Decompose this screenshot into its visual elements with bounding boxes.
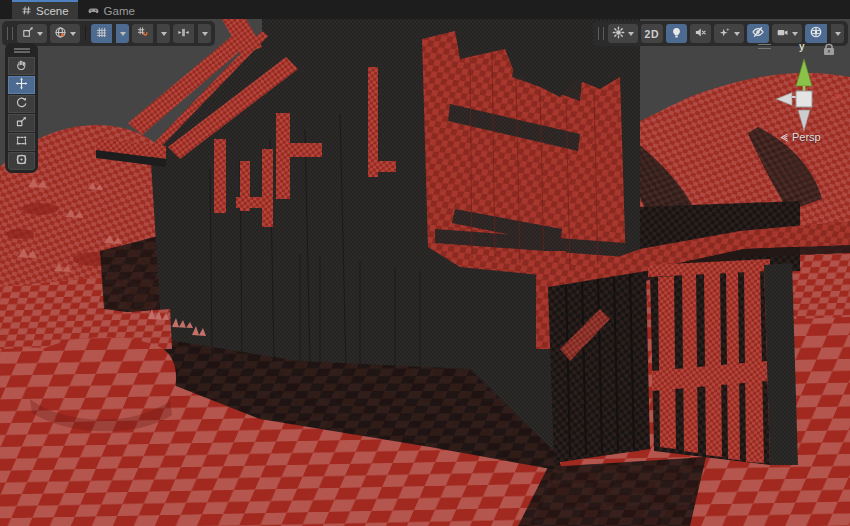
scene-orientation-gizmo[interactable]: y x Persp [752, 39, 850, 151]
axis-x-label: x [834, 91, 840, 102]
draw-mode-button[interactable] [608, 24, 638, 43]
orientation-globe-icon [54, 25, 67, 43]
move-icon [15, 76, 28, 94]
scene-render [0, 19, 850, 526]
rotate-tool-button[interactable] [8, 95, 35, 113]
transform-icon [15, 152, 28, 170]
tab-scene[interactable]: Scene [12, 0, 78, 19]
dropdown-caret [628, 32, 634, 36]
dropdown-caret [734, 32, 740, 36]
axis-cone-y [796, 59, 812, 86]
effects-star-icon [718, 25, 731, 43]
grid-visibility-icon [95, 25, 108, 43]
grid-snapping-button[interactable] [132, 24, 153, 43]
grid-visibility-button[interactable] [91, 24, 112, 43]
dropdown-caret [70, 32, 76, 36]
grid-visibility-dropdown[interactable] [116, 24, 129, 43]
projection-label: Persp [792, 131, 821, 143]
snap-increment-button[interactable] [173, 24, 194, 43]
dropdown-caret [161, 32, 167, 36]
scene-tab-icon [21, 5, 32, 16]
tab-game-label: Game [104, 5, 135, 17]
2d-view-toggle[interactable]: 2D [641, 24, 663, 43]
dropdown-caret [835, 32, 841, 36]
handle-orientation-button[interactable] [50, 24, 80, 43]
axis-cone-x [814, 94, 828, 104]
toolbar-drag-handle[interactable] [598, 27, 604, 40]
audio-muted-icon [694, 25, 707, 43]
snap-increment-icon [177, 25, 190, 43]
grid-snapping-icon [136, 25, 149, 43]
axis-cone-left [776, 93, 792, 106]
scale-icon [15, 114, 28, 132]
draw-mode-burst-icon [612, 25, 625, 43]
audio-toggle[interactable] [690, 24, 711, 43]
rect-tool-button[interactable] [8, 133, 35, 151]
pivot-toggle-button[interactable] [17, 24, 47, 43]
hand-icon [15, 57, 28, 75]
projection-toggle[interactable]: Persp [780, 131, 821, 143]
toolbar-separator [85, 26, 86, 41]
tools-drag-handle[interactable] [14, 48, 30, 53]
scene-lighting-toggle[interactable] [666, 24, 687, 43]
padlock-icon [824, 44, 834, 55]
scale-tool-button[interactable] [8, 114, 35, 132]
grid-snapping-dropdown[interactable] [157, 24, 170, 43]
effects-toggle[interactable] [714, 24, 744, 43]
view-tool-button[interactable] [8, 57, 35, 75]
axis-cone-down [798, 110, 810, 131]
persp-icon [780, 133, 789, 142]
rotate-icon [15, 95, 28, 113]
transform-tool-button[interactable] [8, 152, 35, 170]
dropdown-caret [202, 32, 208, 36]
tab-scene-label: Scene [36, 5, 69, 17]
tab-game[interactable]: Game [78, 0, 144, 19]
axis-y-label: y [799, 41, 805, 52]
2d-label: 2D [645, 28, 659, 40]
toolbar-drag-handle[interactable] [7, 27, 13, 40]
view-tabbar: Scene Game [0, 0, 850, 19]
dropdown-caret [120, 32, 126, 36]
light-bulb-icon [670, 25, 683, 43]
snap-increment-dropdown[interactable] [198, 24, 211, 43]
gizmo-center-cube [796, 91, 812, 107]
game-tab-icon [87, 4, 100, 17]
dropdown-caret [792, 32, 798, 36]
tool-settings-toolbar [2, 21, 215, 46]
pivot-icon [21, 25, 34, 43]
dropdown-caret [37, 32, 43, 36]
move-tool-button[interactable] [8, 76, 35, 94]
unity-editor-window: Scene Game [0, 0, 850, 526]
tools-palette [5, 43, 38, 173]
scene-viewport[interactable]: 2D [0, 19, 850, 526]
rect-icon [15, 133, 28, 151]
